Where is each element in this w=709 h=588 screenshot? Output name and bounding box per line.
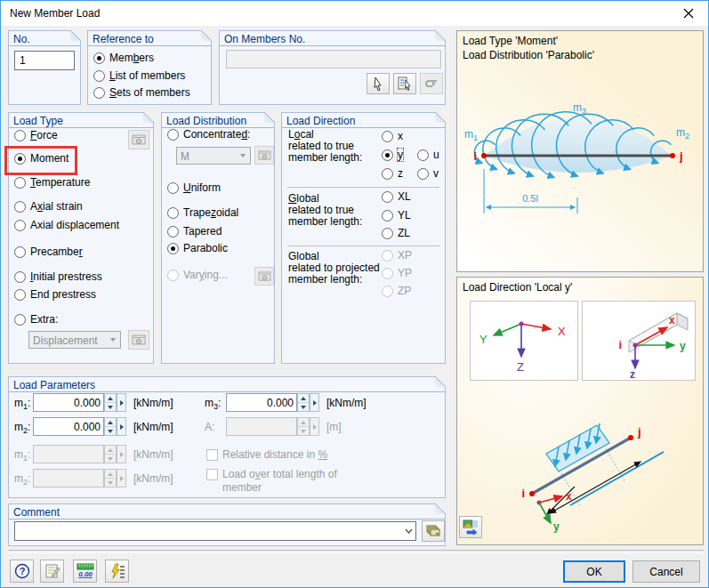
m2-input[interactable]: 0.000 (33, 417, 104, 436)
m1-disabled-pick-button[interactable] (117, 445, 126, 463)
radio-parabolic[interactable]: Parabolic (167, 241, 228, 255)
radio-extra[interactable]: Extra: (14, 312, 58, 326)
checkbox-relative-label: Relative distance in % (222, 448, 327, 461)
dialog-title: New Member Load (10, 7, 100, 20)
m3-input[interactable]: 0.000 (226, 393, 297, 412)
panel-load-type-preview: Load Type 'Moment' Load Distribution 'Pa… (456, 30, 704, 272)
m1-disabled-spinner[interactable] (104, 445, 117, 463)
moment-highlight-annotation (4, 146, 77, 175)
radio-force[interactable]: Force (14, 128, 58, 142)
radio-tapered[interactable]: Tapered (167, 224, 222, 238)
m1-input[interactable]: 0.000 (33, 393, 104, 412)
concentrated-type-dropdown[interactable]: M (176, 147, 251, 165)
radio-end-prestress-label: End prestress (30, 288, 96, 301)
fold-corner (70, 30, 81, 41)
radio-initial-prestress[interactable]: Initial prestress (14, 270, 102, 284)
load-number-input[interactable]: 1 (14, 51, 75, 70)
m1-disabled-input[interactable] (33, 445, 104, 463)
ok-button[interactable]: OK (563, 560, 625, 583)
radio-list-of-members[interactable]: List of members (93, 68, 185, 83)
fold-corner (143, 112, 154, 123)
close-button[interactable] (674, 4, 703, 23)
radio-circle (14, 177, 26, 189)
radio-direction-u[interactable]: u (417, 148, 439, 162)
m2-disabled-spinner[interactable] (104, 469, 117, 487)
radio-temperature[interactable]: Temperature (14, 175, 90, 189)
group-reference-title: Reference to (88, 31, 211, 46)
A-input[interactable] (226, 417, 297, 436)
m3-pick-button[interactable] (310, 393, 319, 412)
radio-circle (382, 168, 393, 180)
edit-concentrated-params-button[interactable] (254, 146, 274, 165)
radio-trapezoidal[interactable]: Trapezoidal (167, 205, 238, 220)
edit-comment-button[interactable] (40, 560, 64, 583)
units-button[interactable]: 0.00 (73, 560, 97, 583)
help-button[interactable]: ? (10, 560, 34, 583)
radio-precamber[interactable]: Precamber (14, 245, 83, 259)
checkbox-load-over-total-length[interactable]: Load over total length of (206, 467, 337, 481)
radio-direction-x[interactable]: x (382, 129, 403, 143)
pick-members-list-button[interactable] (393, 73, 416, 94)
svg-text:0.00: 0.00 (78, 570, 93, 578)
revert-selection-button[interactable] (420, 73, 443, 94)
edit-extra-params-button[interactable] (128, 330, 149, 350)
radio-circle (93, 52, 105, 64)
radio-direction-XL[interactable]: XL (382, 189, 411, 204)
m2-disabled-pick-button[interactable] (117, 469, 126, 487)
radio-direction-v[interactable]: v (417, 166, 439, 181)
A-spinner[interactable] (297, 417, 310, 436)
cancel-label: Cancel (649, 566, 682, 578)
group-load-direction-title: Load Direction (282, 113, 445, 128)
m2-disabled-input[interactable] (33, 469, 104, 487)
radio-uniform[interactable]: Uniform (167, 181, 221, 195)
radio-direction-y[interactable]: y (382, 148, 403, 162)
radio-direction-YL[interactable]: YL (382, 208, 411, 222)
radio-temperature-label: Temperature (30, 176, 90, 189)
node-i-label: i (473, 149, 477, 163)
apply-comment-button[interactable] (422, 520, 445, 542)
radio-axial-strain[interactable]: Axial strain (14, 199, 83, 213)
local-axes-diagram: i x y z (583, 302, 695, 380)
new-member-load-dialog: New Member Load No. 1 Reference to Membe… (0, 0, 709, 588)
scheme-y-label: y (553, 520, 560, 533)
m2-disabled-label: m2: (14, 472, 30, 487)
A-pick-button[interactable] (310, 417, 319, 436)
m2-pick-button[interactable] (117, 417, 126, 436)
edit-force-params-button[interactable] (128, 130, 149, 149)
notepad-pencil-icon (44, 563, 60, 579)
radio-circle (382, 131, 393, 142)
m1-spinner[interactable] (104, 393, 117, 412)
radio-members-label: Members (109, 52, 154, 64)
m3-label: m3: (205, 397, 221, 411)
A-label: A: (205, 421, 214, 433)
radio-members[interactable]: Members (93, 51, 154, 65)
m1-pick-button[interactable] (117, 393, 126, 412)
m2-spinner[interactable] (104, 417, 117, 436)
pick-members-button[interactable] (367, 73, 390, 94)
radio-circle (14, 246, 26, 258)
m1-disabled-unit: [kNm/m] (133, 448, 173, 461)
radio-direction-ZL[interactable]: ZL (382, 226, 410, 240)
radio-direction-z[interactable]: z (382, 166, 403, 181)
radio-axial-displacement[interactable]: Axial displacement (14, 218, 119, 232)
display-properties-button[interactable] (459, 516, 482, 538)
radio-direction-ZP[interactable]: ZP (382, 284, 411, 298)
radio-direction-XP[interactable]: XP (382, 248, 412, 262)
checkbox-relative-distance[interactable]: Relative distance in % (206, 447, 327, 462)
radio-direction-YP[interactable]: YP (382, 266, 412, 280)
extra-type-dropdown[interactable]: Displacement (28, 331, 121, 349)
footer-divider (8, 550, 704, 553)
comment-combobox[interactable] (14, 521, 416, 541)
on-members-input[interactable] (226, 50, 441, 68)
quick-input-button[interactable] (105, 560, 129, 583)
cancel-button[interactable]: Cancel (632, 560, 700, 583)
radio-circle (382, 149, 393, 161)
m3-spinner[interactable] (297, 393, 310, 412)
radio-YL-label: YL (398, 209, 411, 222)
radio-sets-of-members[interactable]: Sets of members (93, 85, 190, 100)
edit-varying-params-button[interactable] (254, 267, 274, 286)
radio-concentrated[interactable]: Concentrated: (167, 127, 250, 141)
radio-varying[interactable]: Varying... (167, 268, 228, 282)
divider (287, 246, 439, 247)
radio-end-prestress[interactable]: End prestress (14, 287, 96, 302)
